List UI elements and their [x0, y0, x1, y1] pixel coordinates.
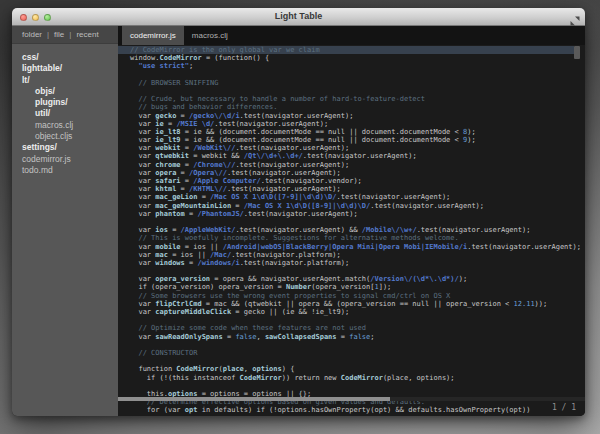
code-token: =: [185, 259, 198, 267]
code-line[interactable]: function CodeMirror(place, options) {: [130, 365, 585, 373]
code-line[interactable]: // Some browsers use the wrong event pro…: [130, 292, 585, 300]
code-line[interactable]: [130, 341, 585, 349]
code-token: (place, options);: [383, 374, 455, 382]
code-line[interactable]: [130, 267, 585, 275]
code-line-highlighted[interactable]: // CodeMirror is the only global var we …: [118, 46, 574, 54]
zoom-button[interactable]: [44, 14, 51, 21]
vertical-scrollbar[interactable]: [574, 46, 580, 59]
sidebar-tab-file[interactable]: file: [54, 30, 64, 39]
code-line[interactable]: for (var opt in defaults) if (!options.h…: [130, 406, 585, 414]
code-line[interactable]: var captureMiddleClick = gecko || (ie &&…: [130, 308, 585, 316]
code-token: var: [130, 136, 155, 144]
code-token: if (opera_version) opera_version =: [130, 283, 286, 291]
tree-item-codemirror.js[interactable]: codemirror.js: [22, 154, 118, 165]
code-token: var: [130, 300, 155, 308]
code-token: ;: [189, 62, 193, 70]
tree-item-object.cljs[interactable]: object.cljs: [22, 131, 118, 142]
code-line[interactable]: var ie_lt8 = ie && (document.documentMod…: [130, 128, 585, 136]
code-line[interactable]: var opera_version = opera && navigator.u…: [130, 275, 585, 283]
title-bar[interactable]: Light Table: [12, 8, 585, 26]
code-line[interactable]: var gecko = /gecko\/\d/i.test(navigator.…: [130, 112, 585, 120]
code-line[interactable]: var flipCtrlCmd = mac && (qtwebkit || op…: [130, 300, 585, 308]
code-line[interactable]: var windows = /windows/i.test(navigator.…: [130, 259, 585, 267]
code-token: var: [130, 259, 155, 267]
code-token: var: [130, 112, 155, 120]
code-line[interactable]: var safari = /Apple Computer/.test(navig…: [130, 177, 585, 185]
horizontal-scrollbar-thumb[interactable]: [118, 397, 390, 401]
code-line[interactable]: var phantom = /PhantomJS/.test(navigator…: [130, 210, 585, 218]
sidebar-tab-folder[interactable]: folder: [22, 30, 42, 39]
code-token: // CodeMirror is the only global var we …: [130, 46, 320, 54]
code-token: CodeMirror: [341, 374, 383, 382]
code-line[interactable]: var mac_geLion = /Mac OS X 1\d\D([7-9]|\…: [130, 193, 585, 201]
code-line[interactable]: if (!(this instanceof CodeMirror)) retur…: [130, 374, 585, 382]
code-token: .test(navigator.userAgent);: [370, 202, 484, 210]
editor-tab-macros.clj[interactable]: macros.clj: [184, 26, 236, 45]
code-line[interactable]: if (opera_version) opera_version = Numbe…: [130, 283, 585, 291]
code-line[interactable]: // Crude, but necessary to handle a numb…: [130, 95, 585, 103]
code-token: )) return new: [282, 374, 341, 382]
code-token: .test(navigator.platform);: [231, 251, 341, 259]
code-line[interactable]: var opera = /Opera\//.test(navigator.use…: [130, 169, 585, 177]
code-token: .test(navigator.userAgent);: [467, 243, 581, 251]
code-line[interactable]: var mobile = ios || /Android|webOS|Black…: [130, 243, 585, 251]
code-token: ]);: [379, 283, 392, 291]
code-token: /Version\/(\d*\.\d*)/: [370, 275, 459, 283]
code-line[interactable]: [130, 357, 585, 365]
code-token: mobile: [155, 243, 180, 251]
code-area[interactable]: // CodeMirror is the only global var we …: [118, 45, 585, 416]
tree-item-util[interactable]: util/: [22, 108, 118, 119]
code-token: ;: [370, 333, 374, 341]
code-token: CodeMirror: [240, 374, 282, 382]
sidebar-tab-recent[interactable]: recent: [76, 30, 98, 39]
code-line[interactable]: var qtwebkit = webkit && /Qt\/\d+\.\d+/.…: [130, 152, 585, 160]
code-line[interactable]: "use strict";: [130, 62, 585, 70]
code-line[interactable]: var chrome = /Chrome\//.test(navigator.u…: [130, 161, 585, 169]
code-line[interactable]: // This is woefully incomplete. Suggesti…: [130, 234, 585, 242]
code-line[interactable]: var mac_geMountainLion = /Mac OS X 1\d\D…: [130, 202, 585, 210]
code-line[interactable]: var sawReadOnlySpans = false, sawCollaps…: [130, 333, 585, 341]
code-token: ,: [256, 333, 264, 341]
tree-item-lt[interactable]: lt/: [22, 75, 118, 86]
code-line[interactable]: window.CodeMirror = (function() {: [130, 54, 585, 62]
code-line[interactable]: [130, 87, 585, 95]
code-line[interactable]: // bugs and behavior differences.: [130, 103, 585, 111]
tree-item-css[interactable]: css/: [22, 52, 118, 63]
tree-item-objs[interactable]: objs/: [22, 86, 118, 97]
code-token: ));: [535, 300, 548, 308]
tree-item-lighttable[interactable]: lighttable/: [22, 63, 118, 74]
code-line[interactable]: // CONSTRUCTOR: [130, 349, 585, 357]
editor-tab-bar: codemirror.jsmacros.clj: [118, 26, 585, 45]
code-token: opera_version: [155, 275, 210, 283]
code-token: .test(navigator.userAgent);: [227, 185, 341, 193]
code-line[interactable]: var ios = /AppleWebKit/.test(navigator.u…: [130, 226, 585, 234]
code-line[interactable]: var webkit = /WebKit\//.test(navigator.u…: [130, 144, 585, 152]
code-token: = mac && (qtwebkit || opera && (opera_ve…: [202, 300, 514, 308]
code-line[interactable]: // Optimize some code when these feature…: [130, 324, 585, 332]
sidebar-tab-separator: |: [47, 30, 49, 39]
code-token: CodeMirror: [176, 365, 218, 373]
code-token: /KHTML\//: [189, 185, 227, 193]
code-line[interactable]: [130, 218, 585, 226]
code-token: =: [185, 210, 198, 218]
tree-item-macros.clj[interactable]: macros.clj: [22, 120, 118, 131]
code-line[interactable]: [130, 382, 585, 390]
tree-item-todo.md[interactable]: todo.md: [22, 165, 118, 176]
code-line[interactable]: var khtml = /KHTML\//.test(navigator.use…: [130, 185, 585, 193]
code-token: = (function() {: [202, 54, 269, 62]
editor-tab-codemirror.js[interactable]: codemirror.js: [122, 26, 184, 45]
code-line[interactable]: [130, 71, 585, 79]
code-line[interactable]: var ie_lt9 = ie && (document.documentMod…: [130, 136, 585, 144]
tree-item-settings[interactable]: settings/: [22, 142, 118, 153]
fullscreen-button[interactable]: [570, 12, 580, 22]
code-line[interactable]: var mac = ios || /Mac/.test(navigator.pl…: [130, 251, 585, 259]
code-token: "use strict": [138, 62, 189, 70]
code-line[interactable]: // BROWSER SNIFFING: [130, 79, 585, 87]
tree-item-plugins[interactable]: plugins/: [22, 97, 118, 108]
code-line[interactable]: [130, 316, 585, 324]
code-token: ) {: [282, 365, 295, 373]
code-token: var: [130, 185, 155, 193]
minimize-button[interactable]: [32, 14, 39, 21]
code-line[interactable]: var ie = /MSIE \d/.test(navigator.userAg…: [130, 120, 585, 128]
close-button[interactable]: [20, 14, 27, 21]
